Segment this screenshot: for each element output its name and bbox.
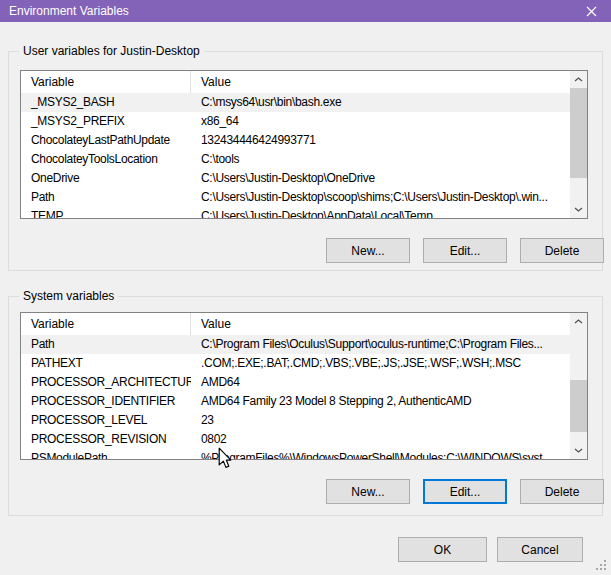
resize-grip[interactable] xyxy=(604,568,606,570)
variable-cell: ChocolateyToolsLocation xyxy=(21,150,191,169)
table-row[interactable]: _MSYS2_BASH C:\msys64\usr\bin\bash.exe xyxy=(21,93,570,112)
chevron-down-icon xyxy=(574,207,583,212)
environment-variables-dialog: { "window": { "title": "Environment Vari… xyxy=(0,0,611,575)
variable-cell: _MSYS2_PREFIX xyxy=(21,112,191,131)
close-button[interactable] xyxy=(571,0,611,22)
table-row[interactable]: PROCESSOR_LEVEL 23 xyxy=(21,411,570,430)
variable-cell: PROCESSOR_LEVEL xyxy=(21,411,191,430)
value-cell: 0802 xyxy=(191,430,570,449)
cancel-button[interactable]: Cancel xyxy=(497,537,583,562)
table-row[interactable]: PATHEXT .COM;.EXE;.BAT;.CMD;.VBS;.VBE;.J… xyxy=(21,354,570,373)
user-new-button[interactable]: New... xyxy=(326,238,410,263)
scroll-up-button[interactable] xyxy=(570,71,587,88)
user-delete-button[interactable]: Delete xyxy=(520,238,604,263)
titlebar: Environment Variables xyxy=(0,0,611,22)
variable-cell: PROCESSOR_ARCHITECTURE xyxy=(21,373,191,392)
user-buttons-row: New... Edit... Delete xyxy=(300,238,604,263)
value-cell: x86_64 xyxy=(191,112,570,131)
ok-button[interactable]: OK xyxy=(398,537,487,562)
variable-cell: PSModulePath xyxy=(21,449,191,459)
value-cell: %ProgramFiles%\WindowsPowerShell\Modules… xyxy=(191,449,570,459)
table-row[interactable]: PROCESSOR_ARCHITECTURE AMD64 xyxy=(21,373,570,392)
user-variables-group-label: User variables for Justin-Desktop xyxy=(19,44,204,58)
variable-cell: PROCESSOR_IDENTIFIER xyxy=(21,392,191,411)
chevron-up-icon xyxy=(574,77,583,82)
scroll-down-button[interactable] xyxy=(570,442,587,459)
value-cell: AMD64 xyxy=(191,373,570,392)
variable-cell: ChocolateyLastPathUpdate xyxy=(21,131,191,150)
value-cell: 132434446424993771 xyxy=(191,131,570,150)
variable-cell: OneDrive xyxy=(21,169,191,188)
value-cell: AMD64 Family 23 Model 8 Stepping 2, Auth… xyxy=(191,392,570,411)
scroll-up-button[interactable] xyxy=(570,313,587,330)
variable-cell: Path xyxy=(21,335,191,354)
value-cell: C:\Users\Justin-Desktop\OneDrive xyxy=(191,169,570,188)
table-row[interactable]: ChocolateyToolsLocation C:\tools xyxy=(21,150,570,169)
variable-cell: PROCESSOR_REVISION xyxy=(21,430,191,449)
variable-cell: Path xyxy=(21,188,191,207)
table-row[interactable]: Path C:\Program Files\Oculus\Support\ocu… xyxy=(21,335,570,354)
window-title: Environment Variables xyxy=(0,4,129,18)
table-row[interactable]: PROCESSOR_REVISION 0802 xyxy=(21,430,570,449)
user-edit-button[interactable]: Edit... xyxy=(423,238,507,263)
value-cell: C:\tools xyxy=(191,150,570,169)
column-header-value[interactable]: Value xyxy=(191,313,570,335)
system-new-button[interactable]: New... xyxy=(326,479,410,504)
system-edit-button[interactable]: Edit... xyxy=(423,479,507,504)
table-row[interactable]: Path C:\Users\Justin-Desktop\scoop\shims… xyxy=(21,188,570,207)
system-table-body: Path C:\Program Files\Oculus\Support\ocu… xyxy=(21,335,570,459)
table-row[interactable]: ChocolateyLastPathUpdate 132434446424993… xyxy=(21,131,570,150)
user-table-header: Variable Value xyxy=(21,71,570,93)
system-variables-table: Variable Value Path C:\Program Files\Ocu… xyxy=(20,312,588,460)
table-row[interactable]: TEMP C:\Users\Justin-Desktop\AppData\Loc… xyxy=(21,207,570,218)
user-table-scrollbar[interactable] xyxy=(570,71,587,218)
system-table-header: Variable Value xyxy=(21,313,570,335)
system-buttons-row: New... Edit... Delete xyxy=(300,479,604,504)
scrollbar-thumb[interactable] xyxy=(570,380,587,432)
scroll-down-button[interactable] xyxy=(570,201,587,218)
chevron-down-icon xyxy=(574,448,583,453)
value-cell: C:\Program Files\Oculus\Support\oculus-r… xyxy=(191,335,570,354)
value-cell: .COM;.EXE;.BAT;.CMD;.VBS;.VBE;.JS;.JSE;.… xyxy=(191,354,570,373)
column-header-variable[interactable]: Variable xyxy=(21,313,191,335)
user-table-body: _MSYS2_BASH C:\msys64\usr\bin\bash.exe _… xyxy=(21,93,570,218)
table-row[interactable]: OneDrive C:\Users\Justin-Desktop\OneDriv… xyxy=(21,169,570,188)
close-icon xyxy=(586,6,597,17)
system-table-scrollbar[interactable] xyxy=(570,313,587,459)
value-cell: 23 xyxy=(191,411,570,430)
value-cell: C:\msys64\usr\bin\bash.exe xyxy=(191,93,570,112)
variable-cell: TEMP xyxy=(21,207,191,218)
variable-cell: PATHEXT xyxy=(21,354,191,373)
system-variables-group-label: System variables xyxy=(19,289,118,303)
column-header-value[interactable]: Value xyxy=(191,71,570,93)
variable-cell: _MSYS2_BASH xyxy=(21,93,191,112)
scrollbar-thumb[interactable] xyxy=(570,88,587,178)
user-variables-table: Variable Value _MSYS2_BASH C:\msys64\usr… xyxy=(20,70,588,219)
column-header-variable[interactable]: Variable xyxy=(21,71,191,93)
table-row[interactable]: PSModulePath %ProgramFiles%\WindowsPower… xyxy=(21,449,570,459)
table-row[interactable]: PROCESSOR_IDENTIFIER AMD64 Family 23 Mod… xyxy=(21,392,570,411)
table-row[interactable]: _MSYS2_PREFIX x86_64 xyxy=(21,112,570,131)
value-cell: C:\Users\Justin-Desktop\AppData\Local\Te… xyxy=(191,207,570,218)
system-delete-button[interactable]: Delete xyxy=(520,479,604,504)
value-cell: C:\Users\Justin-Desktop\scoop\shims;C:\U… xyxy=(191,188,570,207)
chevron-up-icon xyxy=(574,319,583,324)
